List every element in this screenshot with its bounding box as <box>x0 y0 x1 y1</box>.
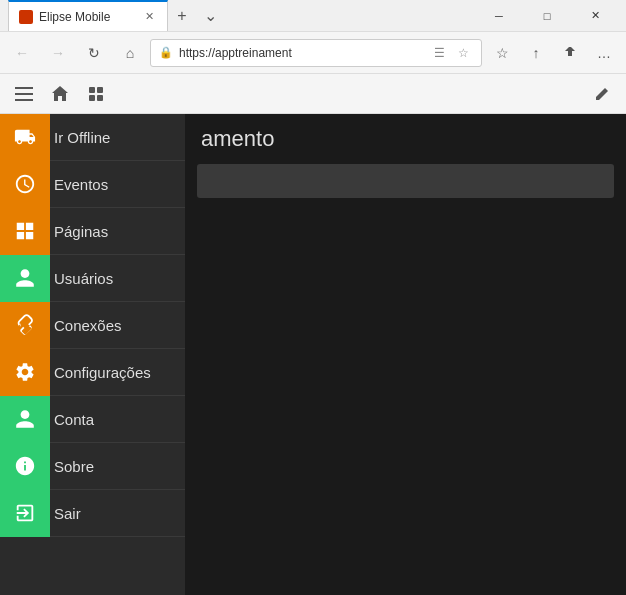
hub-button[interactable]: ☆ <box>486 37 518 69</box>
page-title-bar: amento <box>185 114 626 164</box>
app-toolbar <box>0 74 626 114</box>
eventos-icon <box>0 161 50 208</box>
search-row <box>185 164 626 198</box>
conta-icon <box>0 396 50 443</box>
search-input[interactable] <box>197 164 614 198</box>
tab-favicon <box>19 10 33 24</box>
extra-toolbar-buttons: ☆ ↑ … <box>486 37 620 69</box>
svg-rect-5 <box>89 95 95 101</box>
sidebar-item-eventos[interactable]: Eventos <box>0 161 185 208</box>
address-input-wrap[interactable]: 🔒 https://apptreinament ☰ ☆ <box>150 39 482 67</box>
lock-icon: 🔒 <box>159 46 173 59</box>
sair-icon <box>0 490 50 537</box>
address-action-icons: ☰ ☆ <box>429 43 473 63</box>
page-title: amento <box>201 126 274 152</box>
url-display: https://apptreinament <box>179 46 423 60</box>
maximize-button[interactable]: □ <box>524 0 570 32</box>
refresh-button[interactable]: ↻ <box>78 37 110 69</box>
back-button[interactable]: ← <box>6 37 38 69</box>
paginas-icon <box>0 208 50 255</box>
svg-rect-3 <box>89 87 95 93</box>
main-content: amento <box>185 114 626 595</box>
configuracoes-icon <box>0 349 50 396</box>
sidebar-item-conta[interactable]: Conta <box>0 396 185 443</box>
svg-rect-6 <box>97 95 103 101</box>
conexoes-icon <box>0 302 50 349</box>
offline-icon <box>0 114 50 161</box>
minimize-button[interactable]: ─ <box>476 0 522 32</box>
configuracoes-label: Configurações <box>50 364 151 381</box>
sidebar-item-conexoes[interactable]: Conexões <box>0 302 185 349</box>
tab-bar: Elipse Mobile ✕ + ⌄ <box>8 0 470 31</box>
content-area: Ir Offline Eventos Páginas <box>0 114 626 595</box>
conexoes-label: Conexões <box>50 317 122 334</box>
svg-rect-1 <box>15 93 33 95</box>
title-bar: Elipse Mobile ✕ + ⌄ ─ □ ✕ <box>0 0 626 32</box>
svg-rect-0 <box>15 87 33 89</box>
edit-button[interactable] <box>586 78 618 110</box>
share-button[interactable] <box>554 37 586 69</box>
annotate-button[interactable]: ↑ <box>520 37 552 69</box>
sidebar-item-paginas[interactable]: Páginas <box>0 208 185 255</box>
svg-rect-2 <box>15 99 33 101</box>
sidebar-item-configuracoes[interactable]: Configurações <box>0 349 185 396</box>
sobre-icon <box>0 443 50 490</box>
sobre-label: Sobre <box>50 458 94 475</box>
svg-rect-4 <box>97 87 103 93</box>
window-controls: ─ □ ✕ <box>476 0 618 32</box>
sidebar-item-sobre[interactable]: Sobre <box>0 443 185 490</box>
usuarios-label: Usuários <box>50 270 113 287</box>
forward-button[interactable]: → <box>42 37 74 69</box>
paginas-label: Páginas <box>50 223 108 240</box>
sidebar-item-offline[interactable]: Ir Offline <box>0 114 185 161</box>
home-app-button[interactable] <box>44 78 76 110</box>
new-tab-button[interactable]: + <box>168 2 196 30</box>
sair-label: Sair <box>50 505 81 522</box>
more-button[interactable]: … <box>588 37 620 69</box>
tab-title: Elipse Mobile <box>39 10 110 24</box>
tab-close-button[interactable]: ✕ <box>141 9 157 25</box>
tab-dropdown-button[interactable]: ⌄ <box>196 2 224 30</box>
offline-label: Ir Offline <box>50 129 110 146</box>
active-tab[interactable]: Elipse Mobile ✕ <box>8 0 168 31</box>
address-bar: ← → ↻ ⌂ 🔒 https://apptreinament ☰ ☆ ☆ ↑ … <box>0 32 626 74</box>
conta-label: Conta <box>50 411 94 428</box>
sidebar-item-sair[interactable]: Sair <box>0 490 185 537</box>
close-button[interactable]: ✕ <box>572 0 618 32</box>
home-button[interactable]: ⌂ <box>114 37 146 69</box>
eventos-label: Eventos <box>50 176 108 193</box>
menu-button[interactable] <box>8 78 40 110</box>
sidebar-item-usuarios[interactable]: Usuários <box>0 255 185 302</box>
sidebar: Ir Offline Eventos Páginas <box>0 114 185 595</box>
usuarios-icon <box>0 255 50 302</box>
read-mode-icon[interactable]: ☰ <box>429 43 449 63</box>
profile-button[interactable] <box>80 78 112 110</box>
favorite-icon[interactable]: ☆ <box>453 43 473 63</box>
